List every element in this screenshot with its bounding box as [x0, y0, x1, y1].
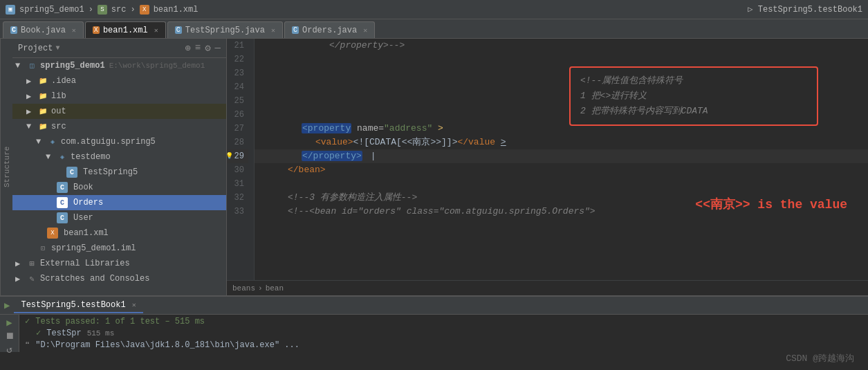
watermark-text: CSDN @跨越海沟 [786, 353, 854, 364]
project-icon: ▣ [6, 5, 15, 15]
run-cmd-icon: ❝ [25, 340, 30, 351]
run-test-time: 515 ms [87, 329, 115, 337]
structure-panel[interactable]: Structure [0, 39, 12, 295]
title-file: bean1.xml [154, 5, 198, 15]
tab-test-close[interactable]: ✕ [271, 26, 275, 35]
tree-package[interactable]: ▼ ◈ com.atguigu.spring5 [12, 134, 226, 149]
tree-book[interactable]: C Book [12, 180, 226, 195]
tab-bar: C Book.java ✕ X bean1.xml ✕ C TestSpring… [0, 19, 868, 39]
tab-orders-close[interactable]: ✕ [363, 26, 367, 35]
run-tab-close[interactable]: ✕ [132, 301, 136, 309]
run-command: "D:\Program Files\Java\jdk1.8.0_181\bin\… [35, 340, 299, 350]
user-class-icon: C [57, 212, 68, 223]
run-icon: ▶ [4, 299, 10, 311]
run-rerun-btn[interactable]: ↺ [3, 344, 17, 355]
tree-user-label: User [73, 213, 93, 223]
run-status-text: Tests passed: 1 of 1 test – 515 ms [35, 317, 205, 326]
line-26: 26 [227, 108, 248, 122]
line-27: 27 [227, 122, 248, 136]
tab-book-icon: C [10, 26, 17, 34]
project-label: Project [18, 44, 53, 53]
tab-orders-java[interactable]: C Orders.java ✕ [284, 21, 375, 38]
tree-testdemo[interactable]: ▼ ◈ testdemo [12, 149, 226, 165]
tab-book-close[interactable]: ✕ [72, 26, 76, 35]
lib-folder-icon: 📁 [37, 91, 48, 102]
arrow-external: ▶ [15, 259, 26, 269]
watermark: CSDN @跨越海沟 [786, 352, 854, 364]
tree-user[interactable]: C User [12, 210, 226, 225]
code-line-22 [255, 53, 868, 66]
sidebar-close-icon[interactable]: — [215, 42, 221, 54]
line-29: 29 💡 [227, 149, 248, 163]
tree-testspring5[interactable]: C TestSpring5 [12, 165, 226, 180]
tree-src[interactable]: ▼ 📁 src [12, 119, 226, 134]
project-dropdown-icon[interactable]: ▼ [55, 44, 59, 52]
line29-cursor: | [371, 151, 376, 161]
title-right: ▷ TestSpring5.testBook1 [748, 4, 862, 15]
run-check-icon: ✓ [25, 316, 30, 326]
tab-bean-label: bean1.xml [103, 26, 148, 35]
main-layout: Structure Project ▼ ⊕ ≡ ⚙ — ▼ ◫ spring5_… [0, 39, 868, 295]
tab-testspring-java[interactable]: C TestSpring5.java ✕ [167, 21, 283, 38]
tree-idea-label: .idea [51, 76, 76, 86]
title-src: src [111, 5, 127, 15]
tree-scratches[interactable]: ▶ ✎ Scratches and Consoles [12, 271, 226, 286]
line-30: 30 [227, 163, 248, 177]
line-24: 24 [227, 80, 248, 94]
run-play-btn[interactable]: ▶ [3, 317, 17, 329]
arrow-out: ▶ [26, 107, 37, 117]
tree-project-label: spring5_demo1 [40, 61, 105, 71]
tree-iml[interactable]: ⊡ spring5_demo1.iml [12, 241, 226, 256]
sidebar-settings-icon[interactable]: ⚙ [205, 42, 210, 54]
out-folder-icon: 📁 [37, 106, 48, 117]
sidebar-sync-icon[interactable]: ⊕ [185, 42, 190, 54]
tab-orders-label: Orders.java [302, 26, 357, 35]
sidebar-collapse-icon[interactable]: ≡ [195, 42, 201, 54]
code-lines[interactable]: </property>--> <property name="address" … [255, 39, 868, 280]
tab-bean-xml[interactable]: X bean1.xml ✕ [85, 21, 166, 38]
structure-label: Structure [3, 147, 11, 187]
tab-book-java[interactable]: C Book.java ✕ [3, 21, 84, 38]
annotation-line3: 2 把带特殊符号内容写到CDATA [580, 104, 807, 119]
line-28: 28 [227, 136, 248, 149]
run-stop-btn[interactable]: ⏹ [3, 331, 17, 342]
title-sep1: › [89, 5, 93, 15]
line-23: 23 [227, 66, 248, 80]
line-32: 32 [227, 191, 248, 205]
tree-out[interactable]: ▶ 📁 out [12, 104, 226, 119]
title-sep2: › [130, 5, 135, 15]
scratches-icon: ✎ [26, 273, 37, 284]
tree-project-root[interactable]: ▼ ◫ spring5_demo1 E:\work\spring5_demo1 [12, 58, 226, 73]
tab-book-label: Book.java [21, 26, 66, 35]
breadcrumb-beans: beans [232, 284, 255, 293]
tree-lib[interactable]: ▶ 📁 lib [12, 89, 226, 104]
line29-content: </property> | [260, 149, 376, 163]
tree-external-label: External Libraries [40, 259, 130, 268]
line32-comment: <!--3 有参数构造注入属性--> [288, 192, 417, 203]
arrow-src: ▼ [26, 122, 37, 131]
code-line-31 [255, 177, 868, 191]
line28-value-end: > [501, 137, 506, 147]
line27-property-open: <property [302, 123, 351, 133]
tree-orders[interactable]: C Orders [12, 195, 226, 210]
orders-class-icon: C [57, 197, 68, 208]
arrow-testdemo: ▼ [46, 152, 57, 162]
tree-bean1xml[interactable]: X bean1.xml [12, 225, 226, 241]
run-output: ✓ Tests passed: 1 of 1 test – 515 ms ✓ T… [19, 315, 868, 352]
sidebar-header: Project ▼ ⊕ ≡ ⚙ — [12, 39, 226, 58]
arrow-lib: ▶ [26, 91, 37, 102]
title-run-label: ▷ [748, 5, 757, 15]
tree-external[interactable]: ▶ ⊞ External Libraries [12, 256, 226, 271]
tab-orders-icon: C [292, 26, 299, 34]
tree-idea[interactable]: ▶ 📁 .idea [12, 73, 226, 89]
book-class-icon: C [57, 182, 68, 193]
code-line-21: </property>--> [255, 39, 868, 53]
breadcrumb-sep: › [258, 284, 263, 293]
tab-bean-close[interactable]: ✕ [154, 26, 158, 35]
line27-name-val: "address" [384, 123, 432, 133]
run-tab-label: TestSpring5.testBook1 [21, 300, 125, 310]
code-line-28: <value><![CDATA[<<南京>>]]></value > [255, 136, 868, 149]
line-22: 22 [227, 53, 248, 66]
fold-29-icon: 💡 [227, 149, 231, 163]
run-tab-test[interactable]: TestSpring5.testBook1 ✕ [14, 298, 142, 313]
